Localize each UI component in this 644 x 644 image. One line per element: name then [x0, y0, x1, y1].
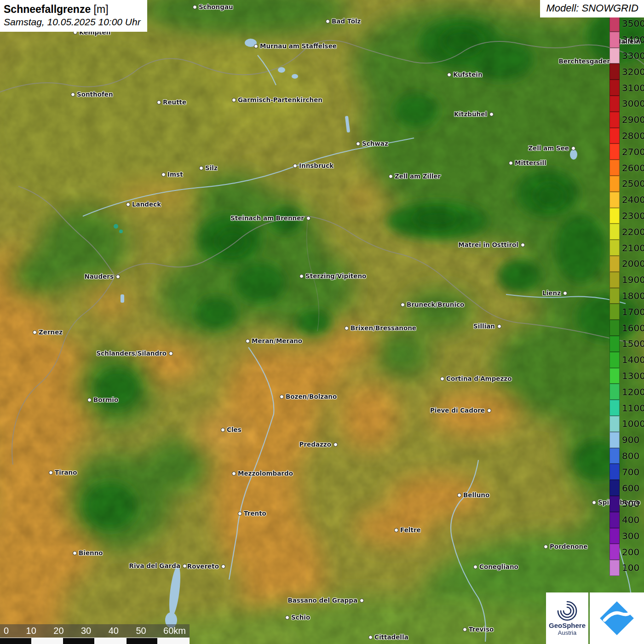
city-label: Sonthofen	[77, 91, 113, 98]
city-label: Bozen/Bolzano	[286, 393, 337, 400]
legend-swatch	[610, 80, 620, 96]
city-dot-icon	[116, 275, 120, 279]
city-label: Murnau am Staffelsee	[260, 42, 337, 50]
city-dot-icon	[254, 44, 258, 48]
city-label: Matrei in Osttirol	[458, 241, 518, 248]
city-label: Pieve di Cadore	[430, 407, 485, 414]
legend-row: 100	[610, 560, 644, 576]
legend-value: 1500	[620, 338, 644, 349]
city-label: Berchtesgaden	[558, 58, 611, 65]
city-label: Bormio	[93, 396, 118, 403]
legend-value: 3400	[620, 34, 644, 45]
legend-swatch	[610, 96, 620, 112]
city-dot-icon	[457, 493, 461, 497]
legend-value: 300	[620, 530, 644, 541]
city-dot-icon	[49, 471, 53, 475]
legend-value: 700	[620, 466, 644, 477]
geosphere-logo-subtext: Austria	[558, 630, 576, 636]
legend-row: 2300	[610, 208, 644, 224]
legend-row: 1200	[610, 384, 644, 400]
legend-swatch	[610, 224, 620, 240]
city-label: Sterzing/Vipiteno	[305, 272, 366, 280]
legend-swatch	[610, 544, 620, 560]
legend-row: 2100	[610, 240, 644, 256]
city-dot-icon	[199, 166, 203, 170]
legend-value: 2700	[620, 146, 644, 157]
legend-row: 1800	[610, 288, 644, 304]
legend-swatch	[610, 304, 620, 320]
city-dot-icon	[521, 243, 525, 247]
city-label: Nauders	[84, 273, 114, 280]
legend-value: 3500	[620, 18, 644, 29]
legend-value: 2100	[620, 242, 644, 253]
city-dot-icon	[73, 551, 77, 555]
legend-swatch	[610, 480, 620, 496]
legend-value: 3100	[620, 82, 644, 93]
scalebar-segment	[32, 638, 63, 644]
city-dot-icon	[463, 627, 467, 632]
city-dot-icon	[368, 635, 373, 639]
legend-row: 600	[610, 480, 644, 496]
city-label: Riva del Garda	[129, 562, 180, 569]
legend-row: 3000	[610, 96, 644, 112]
city-dot-icon	[161, 172, 166, 177]
city-dot-icon	[238, 512, 242, 516]
city-dot-icon	[193, 5, 197, 9]
legend-value: 2000	[620, 258, 644, 269]
city-label: Lienz	[542, 289, 561, 297]
legend-value: 800	[620, 450, 644, 461]
city-dot-icon	[356, 142, 360, 146]
model-label: Modell: SNOWGRID	[540, 0, 644, 17]
city-dot-icon	[360, 598, 364, 603]
legend-swatch	[610, 384, 620, 400]
city-label: Brixen/Bressanone	[351, 324, 416, 332]
legend-row: 1400	[610, 352, 644, 368]
city-dot-icon	[571, 146, 575, 150]
legend-row: 2400	[610, 192, 644, 208]
city-label: Schlanders/Silandro	[97, 350, 167, 357]
legend-row: 1700	[610, 304, 644, 320]
legend-value: 1800	[620, 290, 644, 301]
legend-value: 2500	[620, 178, 644, 189]
legend-swatch	[610, 496, 620, 512]
title-box: Schneefallgrenze [m] Samstag, 10.05.2025…	[0, 0, 147, 32]
city-label: Imst	[167, 171, 183, 178]
legend-value: 1900	[620, 274, 644, 285]
city-dot-icon	[592, 500, 596, 505]
legend-value: 600	[620, 483, 644, 494]
legend-swatch	[610, 512, 620, 528]
scalebar-label: 60km	[163, 626, 186, 636]
city-dot-icon	[440, 377, 444, 381]
city-label: Cortina d'Ampezzo	[446, 375, 512, 382]
city-label: Kufstein	[453, 71, 483, 78]
legend-value: 400	[620, 514, 644, 525]
city-dot-icon	[473, 565, 477, 569]
city-label: Rovereto	[187, 563, 219, 570]
legend-swatch	[610, 352, 620, 368]
legend-swatch	[610, 288, 620, 304]
legend-swatch	[610, 464, 620, 480]
scalebar-labels: 0102030405060km	[0, 626, 190, 638]
city-dot-icon	[401, 303, 405, 307]
legend-swatch	[610, 560, 620, 576]
legend-row: 2200	[610, 224, 644, 240]
legend-swatch	[610, 368, 620, 384]
legend-row: 200	[610, 544, 644, 560]
scalebar-label: 10	[26, 626, 36, 636]
legend-row: 3200	[610, 63, 644, 80]
scalebar-label: 40	[109, 626, 119, 636]
city-label: Trento	[244, 510, 266, 517]
legend-swatch	[610, 256, 620, 272]
legend-row: 500	[610, 496, 644, 512]
scalebar-segment	[95, 638, 126, 644]
legend-swatch	[610, 160, 620, 176]
weather-map: SchongauBad TölzKemptenMurnau am Staffel…	[0, 0, 644, 644]
city-label: Sillian	[473, 322, 495, 330]
city-label: Zell am Ziller	[395, 172, 441, 180]
city-label: Schongau	[199, 3, 233, 11]
legend-value: 3200	[620, 66, 644, 77]
scalebar-label: 30	[81, 626, 91, 636]
city-dot-icon	[285, 615, 289, 620]
city-label: Kitzbühel	[454, 110, 487, 118]
legend-row: 2000	[610, 256, 644, 272]
